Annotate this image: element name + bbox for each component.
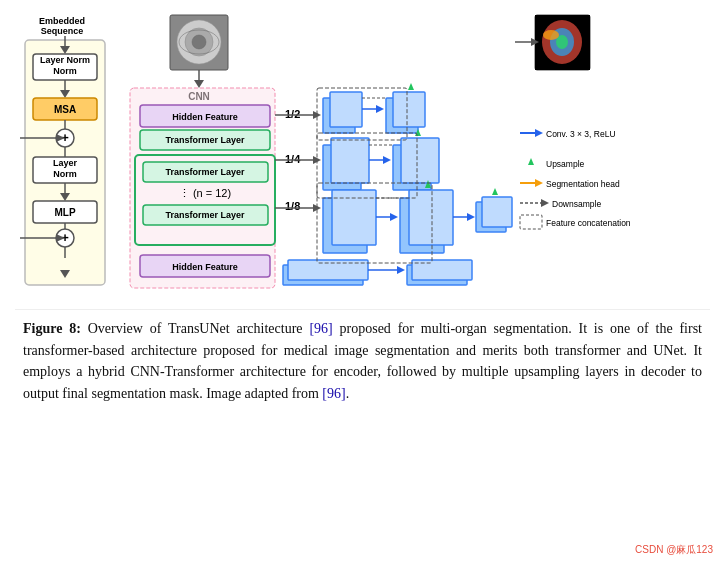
svg-text:⋮  (n = 12): ⋮ (n = 12)	[179, 187, 231, 199]
architecture-diagram: Embedded Sequence Layer Norm Norm MSA +	[15, 10, 725, 305]
svg-text:Feature concatenation: Feature concatenation	[546, 218, 631, 228]
svg-point-36	[192, 35, 206, 49]
citation-ref1: [96]	[309, 321, 332, 336]
watermark: CSDN @麻瓜123	[635, 543, 713, 557]
svg-text:Sequence: Sequence	[41, 26, 84, 36]
svg-text:Segmentation head: Segmentation head	[546, 179, 620, 189]
svg-text:1/2: 1/2	[285, 108, 300, 120]
citation-ref2: [96]	[322, 386, 345, 401]
svg-text:Layer
Norm: Layer Norm	[40, 55, 90, 65]
main-container: Embedded Sequence Layer Norm Norm MSA +	[0, 0, 725, 563]
svg-rect-72	[331, 138, 369, 183]
svg-text:Upsample: Upsample	[546, 159, 585, 169]
svg-text:Transformer Layer: Transformer Layer	[165, 167, 245, 177]
svg-text:Transformer Layer: Transformer Layer	[165, 210, 245, 220]
svg-text:1/8: 1/8	[285, 200, 300, 212]
svg-text:MSA: MSA	[54, 104, 76, 115]
svg-text:Layer: Layer	[53, 158, 78, 168]
svg-text:Hidden Feature: Hidden Feature	[172, 262, 238, 272]
svg-text:Embedded: Embedded	[39, 16, 85, 26]
figure-caption: Figure 8: Overview of TransUNet architec…	[15, 318, 710, 405]
svg-text:MLP: MLP	[54, 207, 75, 218]
svg-text:Norm: Norm	[53, 66, 77, 76]
figure-label: Figure 8:	[23, 321, 81, 336]
svg-text:Norm: Norm	[53, 169, 77, 179]
svg-text:Transformer Layer: Transformer Layer	[165, 135, 245, 145]
svg-rect-96	[482, 197, 512, 227]
caption-text: Overview of TransUNet architecture [96] …	[23, 321, 702, 401]
svg-text:Conv. 3 × 3, ReLU: Conv. 3 × 3, ReLU	[546, 129, 616, 139]
svg-point-106	[543, 30, 559, 40]
svg-rect-68	[393, 92, 425, 127]
svg-rect-64	[330, 92, 362, 127]
svg-text:Hidden Feature: Hidden Feature	[172, 112, 238, 122]
svg-rect-0	[15, 10, 725, 305]
svg-text:Downsample: Downsample	[552, 199, 601, 209]
diagram-area: Embedded Sequence Layer Norm Norm MSA +	[15, 10, 710, 310]
svg-text:1/4: 1/4	[285, 153, 301, 165]
svg-rect-76	[401, 138, 439, 183]
